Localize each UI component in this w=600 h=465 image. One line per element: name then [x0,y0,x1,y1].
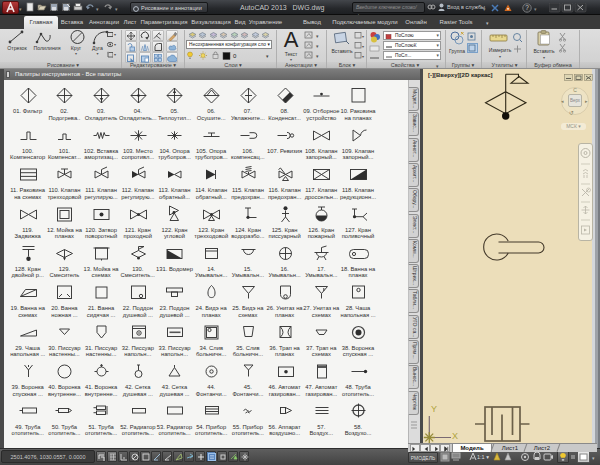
svg-text:Y: Y [431,404,437,414]
svg-text:Верх: Верх [570,98,581,103]
svg-text:X: X [452,431,458,441]
svg-text:С: С [573,87,577,93]
svg-text:?: ? [525,4,529,11]
svg-text:▾: ▾ [316,53,319,59]
svg-text:▾: ▾ [316,33,319,39]
svg-text:▾: ▾ [316,43,319,49]
svg-text:0: 0 [233,53,237,59]
svg-text:▾: ▾ [362,34,364,39]
svg-text:▾: ▾ [362,44,364,49]
svg-text:▾: ▾ [362,54,364,59]
svg-text:▾: ▾ [266,53,269,59]
svg-text:↺: ↺ [569,110,574,116]
